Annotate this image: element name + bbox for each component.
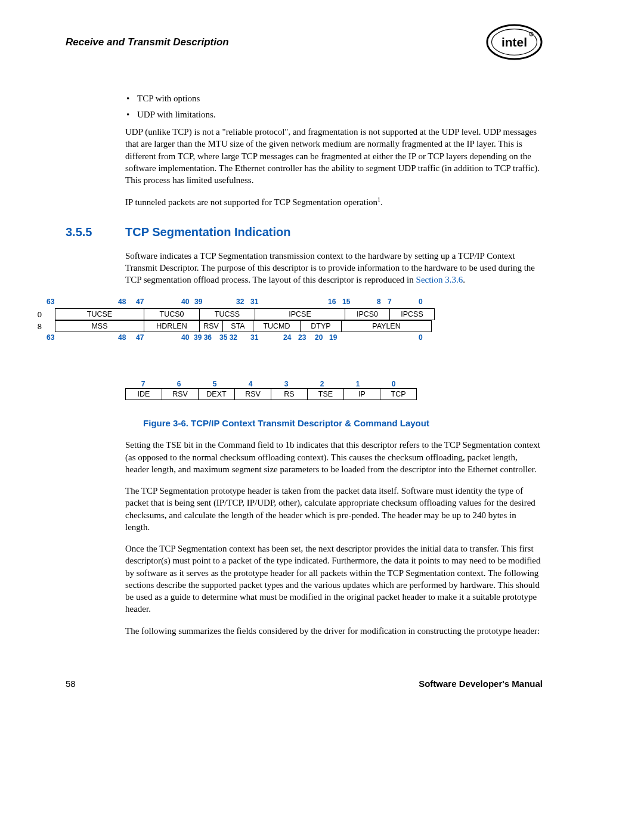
bit-num: 40 [181,333,189,342]
bit-labels-bottom: 63 48 47 40 39 36 35 32 31 24 23 20 19 0 [30,333,543,344]
svg-text:intel: intel [501,35,527,49]
descriptor-row-1: MSS HDRLEN RSV STA TUCMD DTYP PAYLEN [55,320,432,332]
bullet-list: TCP with options UDP with limitations. [125,94,543,120]
text: . [380,197,383,207]
paragraph: Once the TCP Segmentation context has be… [125,543,543,615]
field-cell: IP [344,389,380,400]
svg-text:R: R [530,33,532,36]
field-cell: TUCSE [55,309,144,320]
bit-diagram: 63 48 47 40 39 32 31 16 15 8 7 0 0 TUCSE… [30,298,543,344]
bit-num: 35 32 [219,333,237,342]
bit-num: 39 [194,298,202,306]
bit-num: 16 [328,298,336,306]
field-cell: STA [223,321,253,332]
bit-num: 7 [125,380,161,388]
paragraph: UDP (unlike TCP) is not a "reliable prot… [125,126,543,186]
bit-num: 63 [47,333,54,342]
field-cell: IPCSS [390,309,435,320]
row-offset: 8 [30,322,42,331]
section-title: TCP Segmentation Indication [125,225,290,239]
bit-num: 1 [340,380,376,388]
text: IP tunneled packets are not supported fo… [125,197,377,207]
section-heading: 3.5.5 TCP Segmentation Indication [66,225,543,239]
field-cell: DEXT [199,389,235,400]
bit-num: 32 [236,298,244,306]
bit-num: 19 [329,333,337,342]
bit-num: 7 [388,298,392,306]
field-cell: IDE [126,389,162,400]
bit-num: 0 [376,380,411,388]
page-footer: 58 Software Developer's Manual [66,679,543,689]
field-cell: RS [271,389,308,400]
field-cell: TSE [308,389,344,400]
bit-num: 3 [268,380,304,388]
paragraph: Setting the TSE bit in the Command field… [125,439,543,475]
document-page: Receive and Transmit Description intel R… [0,0,644,724]
paragraph: Software indicates a TCP Segmentation tr… [125,250,543,286]
bit-num: 39 36 [194,333,212,342]
paragraph: The following summarizes the fields cons… [125,625,543,637]
bit-num: 5 [197,380,233,388]
page-number: 58 [66,679,76,689]
field-cell: RSV [200,321,223,332]
body-content: TCP with options UDP with limitations. U… [125,94,543,209]
bit-num: 31 [250,298,258,306]
field-cell: TUCSS [200,309,255,320]
bit-num: 6 [161,380,197,388]
bit-num: 0 [419,333,423,342]
page-header: Receive and Transmit Description intel R [66,24,543,61]
field-cell: TUCMD [253,321,301,332]
field-cell: RSV [162,389,199,400]
table-row: 0 TUCSE TUCS0 TUCSS IPCSE IPCS0 IPCSS [30,308,543,320]
text: . [463,275,465,284]
field-cell: DTYP [301,321,342,332]
field-cell: HDRLEN [144,321,200,332]
command-bits: 7 6 5 4 3 2 1 0 IDE RSV DEXT RSV RS TSE … [125,380,543,400]
bit-num: 40 [181,298,189,306]
bit-num: 48 [118,333,126,342]
bit-labels-small: 7 6 5 4 3 2 1 0 [125,380,543,388]
row-offset: 0 [30,310,42,319]
bit-labels-top: 63 48 47 40 39 32 31 16 15 8 7 0 [30,298,543,308]
manual-title: Software Developer's Manual [419,679,543,689]
table-row: 8 MSS HDRLEN RSV STA TUCMD DTYP PAYLEN [30,320,543,332]
section-number: 3.5.5 [66,225,125,239]
command-bits-row: IDE RSV DEXT RSV RS TSE IP TCP [125,388,417,400]
bit-num: 2 [304,380,340,388]
field-cell: RSV [235,389,271,400]
bit-num: 23 [298,333,306,342]
paragraph: IP tunneled packets are not supported fo… [125,196,543,208]
field-cell: TCP [380,389,417,400]
field-cell: TUCS0 [144,309,200,320]
bit-num: 48 [118,298,126,306]
bit-num: 20 [315,333,323,342]
paragraph: The TCP Segmentation prototype header is… [125,485,543,533]
bit-num: 47 [136,333,144,342]
figure-caption: Figure 3-6. TCP/IP Context Transmit Desc… [30,418,543,428]
bit-num: 47 [136,298,144,306]
field-cell: IPCSE [255,309,345,320]
bit-num: 8 [377,298,381,306]
bullet-item: TCP with options [125,94,543,104]
text: Software indicates a TCP Segmentation tr… [125,251,535,285]
descriptor-figure: 63 48 47 40 39 32 31 16 15 8 7 0 0 TUCSE… [30,298,543,428]
bit-num: 31 [250,333,258,342]
bit-num: 63 [47,298,54,306]
field-cell: IPCS0 [345,309,390,320]
field-cell: MSS [55,321,144,332]
bit-num: 15 [342,298,350,306]
cross-reference-link[interactable]: Section 3.3.6 [416,275,463,284]
bit-num: 24 [283,333,291,342]
bit-num: 4 [233,380,268,388]
header-title: Receive and Transmit Description [66,36,229,48]
bit-num: 0 [419,298,423,306]
bullet-item: UDP with limitations. [125,110,543,120]
descriptor-row-0: TUCSE TUCS0 TUCSS IPCSE IPCS0 IPCSS [55,308,435,320]
field-cell: PAYLEN [342,321,432,332]
body-content: Software indicates a TCP Segmentation tr… [125,250,543,286]
intel-logo-icon: intel R [486,24,543,61]
body-content: Setting the TSE bit in the Command field… [125,439,543,637]
